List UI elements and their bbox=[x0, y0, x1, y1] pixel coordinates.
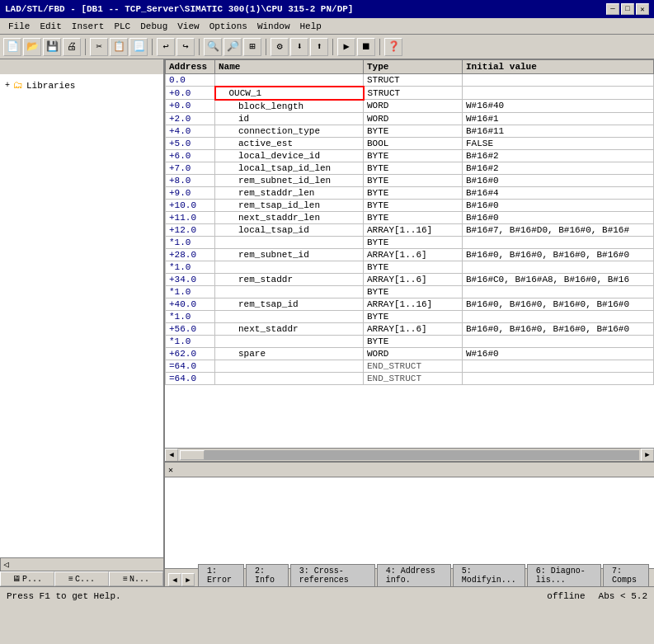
panel-tab-p[interactable]: 🖥 P... bbox=[0, 571, 54, 586]
cell-type: BYTE bbox=[364, 236, 463, 248]
toolbar-open[interactable]: 📂 bbox=[23, 38, 41, 56]
panel-label-n: N... bbox=[129, 575, 149, 584]
toolbar-upload[interactable]: ⬆ bbox=[310, 38, 328, 56]
tab-info[interactable]: 2: Info bbox=[246, 564, 289, 586]
cell-name[interactable] bbox=[215, 236, 364, 248]
cell-name[interactable] bbox=[215, 310, 364, 322]
menu-debug[interactable]: Debug bbox=[135, 21, 172, 32]
toolbar-help[interactable]: ❓ bbox=[384, 38, 402, 56]
cell-value: B#16#0, B#16#0, B#16#0, B#16#0 bbox=[463, 248, 654, 261]
cell-name[interactable]: rem_tsap_id_len bbox=[215, 199, 364, 211]
scroll-thumb[interactable] bbox=[180, 450, 205, 460]
menu-edit[interactable]: Edit bbox=[35, 21, 66, 32]
cell-type: END_STRUCT bbox=[364, 360, 463, 372]
cell-name[interactable]: next_staddr_len bbox=[215, 211, 364, 223]
toolbar-paste[interactable]: 📃 bbox=[129, 38, 148, 56]
cell-value: FALSE bbox=[463, 137, 654, 149]
toolbar-zoom-out[interactable]: 🔎 bbox=[223, 38, 242, 56]
table-row: +56.0next_staddrARRAY[1..6]B#16#0, B#16#… bbox=[166, 322, 654, 335]
cell-name[interactable]: rem_subnet_id_len bbox=[215, 174, 364, 186]
toolbar-run[interactable]: ▶ bbox=[337, 38, 355, 56]
toolbar-copy[interactable]: 📋 bbox=[110, 38, 128, 56]
next-tab-button[interactable]: ▶ bbox=[181, 573, 195, 586]
cell-name[interactable] bbox=[215, 285, 364, 298]
tab-diagnostics[interactable]: 6: Diagno-lis... bbox=[527, 564, 601, 586]
table-row: +9.0rem_staddr_lenBYTEB#16#4 bbox=[166, 186, 654, 199]
cell-name[interactable]: rem_subnet_id bbox=[215, 248, 364, 261]
cell-value bbox=[463, 261, 654, 273]
cell-type: STRUCT bbox=[364, 87, 463, 100]
cell-address: +56.0 bbox=[166, 322, 215, 335]
toolbar-save[interactable]: 💾 bbox=[43, 38, 61, 56]
toolbar-download[interactable]: ⬇ bbox=[290, 38, 308, 56]
lower-close-icon[interactable]: ✕ bbox=[168, 465, 173, 475]
col-header-name: Name bbox=[215, 60, 364, 74]
tab-address-info[interactable]: 4: Address info. bbox=[377, 564, 451, 586]
cell-name[interactable] bbox=[215, 74, 364, 87]
cell-name[interactable]: rem_staddr_len bbox=[215, 186, 364, 199]
menu-window[interactable]: Window bbox=[252, 21, 295, 32]
table-wrapper[interactable]: Address Name Type Initial value 0.0STRUC… bbox=[165, 59, 654, 448]
cell-name[interactable]: spare bbox=[215, 347, 364, 360]
cell-address: *1.0 bbox=[166, 261, 215, 273]
cell-name[interactable]: connection_type bbox=[215, 125, 364, 137]
scroll-right-arrow[interactable]: ▶ bbox=[641, 449, 654, 462]
cell-name[interactable]: local_device_id bbox=[215, 149, 364, 162]
tab-cross-refs[interactable]: 3: Cross-references bbox=[290, 564, 375, 586]
tab-error[interactable]: 1: Error bbox=[198, 564, 244, 586]
menu-options[interactable]: Options bbox=[205, 21, 252, 32]
toolbar-sep-2 bbox=[152, 39, 153, 55]
table-row: +40.0rem_tsap_idARRAY[1..16]B#16#0, B#16… bbox=[166, 298, 654, 310]
left-panel-resize-area: ◁ bbox=[0, 557, 163, 571]
panel-icon-p: 🖥 bbox=[12, 574, 21, 584]
toolbar-redo[interactable]: ↪ bbox=[176, 38, 195, 56]
cell-name[interactable] bbox=[215, 87, 364, 100]
cell-address: +9.0 bbox=[166, 186, 215, 199]
toolbar-new[interactable]: 📄 bbox=[3, 38, 21, 56]
table-row: +5.0active_estBOOLFALSE bbox=[166, 137, 654, 149]
cell-name[interactable]: block_length bbox=[215, 100, 364, 113]
left-panel-resizer[interactable]: ◁ bbox=[0, 558, 12, 571]
toolbar-stop[interactable]: ⏹ bbox=[357, 38, 375, 56]
cell-name[interactable]: local_tsap_id bbox=[215, 223, 364, 236]
panel-tab-n[interactable]: ≡ N... bbox=[109, 571, 163, 586]
menu-view[interactable]: View bbox=[172, 21, 204, 32]
close-button[interactable]: ✕ bbox=[636, 3, 649, 15]
table-row: +0.0block_lengthWORDW#16#40 bbox=[166, 100, 654, 113]
cell-name[interactable]: active_est bbox=[215, 137, 364, 149]
menu-file[interactable]: File bbox=[3, 21, 35, 32]
cell-name[interactable]: next_staddr bbox=[215, 322, 364, 335]
cell-value: B#16#4 bbox=[463, 186, 654, 199]
panel-tab-c[interactable]: ≡ C... bbox=[54, 571, 109, 586]
cell-name[interactable] bbox=[215, 372, 364, 384]
toolbar-zoom-in[interactable]: 🔍 bbox=[204, 38, 222, 56]
maximize-button[interactable]: □ bbox=[621, 3, 634, 15]
cell-name[interactable]: rem_tsap_id bbox=[215, 298, 364, 310]
cell-name[interactable] bbox=[215, 261, 364, 273]
horizontal-scrollbar[interactable]: ◀ ▶ bbox=[165, 448, 654, 461]
tree-expand-icon[interactable]: + bbox=[5, 81, 10, 90]
cell-value bbox=[463, 360, 654, 372]
cell-name[interactable]: id bbox=[215, 112, 364, 125]
tab-components[interactable]: 7: Comps bbox=[603, 564, 649, 586]
tree-item-libraries[interactable]: + 🗂 Libraries bbox=[3, 78, 160, 93]
menu-help[interactable]: Help bbox=[294, 21, 326, 32]
toolbar-zoom-fit[interactable]: ⊞ bbox=[243, 38, 261, 56]
cell-value: B#16#0 bbox=[463, 211, 654, 223]
prev-tab-button[interactable]: ◀ bbox=[168, 573, 181, 586]
toolbar-compile[interactable]: ⚙ bbox=[271, 38, 289, 56]
menu-plc[interactable]: PLC bbox=[109, 21, 135, 32]
scroll-track[interactable] bbox=[180, 450, 639, 460]
scroll-left-arrow[interactable]: ◀ bbox=[165, 449, 178, 462]
toolbar-undo[interactable]: ↩ bbox=[157, 38, 175, 56]
toolbar-print[interactable]: 🖨 bbox=[63, 38, 81, 56]
cell-name[interactable]: rem_staddr bbox=[215, 273, 364, 285]
table-row: +2.0idWORDW#16#1 bbox=[166, 112, 654, 125]
cell-name[interactable]: local_tsap_id_len bbox=[215, 162, 364, 174]
tab-modifying[interactable]: 5: Modifyin... bbox=[453, 564, 525, 586]
cell-name[interactable] bbox=[215, 360, 364, 372]
cell-name[interactable] bbox=[215, 335, 364, 347]
toolbar-cut[interactable]: ✂ bbox=[90, 38, 108, 56]
minimize-button[interactable]: ─ bbox=[606, 3, 619, 15]
menu-insert[interactable]: Insert bbox=[67, 21, 110, 32]
